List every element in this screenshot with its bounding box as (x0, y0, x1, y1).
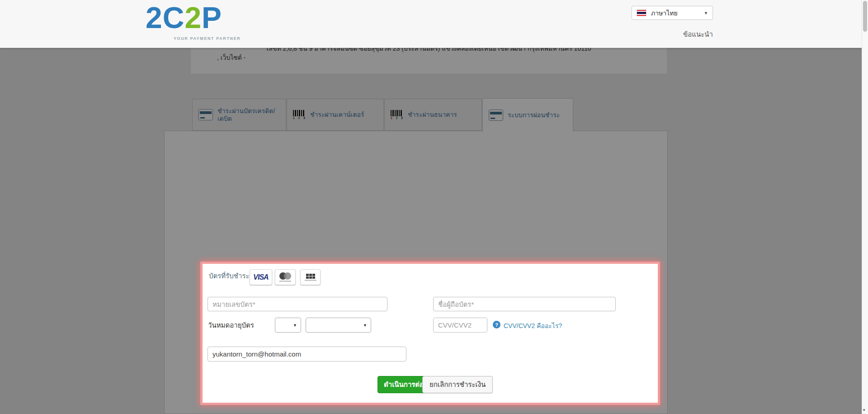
accepted-cards-label: บัตรที่รับชำระ (209, 271, 250, 281)
cvv-help-link[interactable]: CVV/CVV2 คืออะไร? (504, 321, 562, 331)
language-selector[interactable]: ภาษาไทย ▼ (632, 6, 713, 20)
guide-link[interactable]: ข้อแนะนำ (650, 29, 713, 40)
logo-seg2: 2 (184, 1, 202, 34)
card-form-highlight-box: บัตรที่รับชำระ VISA วันหมดอายุบัตร ▼ ▼ ?… (200, 262, 660, 405)
mastercard-icon (275, 269, 296, 285)
visa-wordmark: VISA (253, 273, 268, 281)
chevron-down-icon: ▼ (363, 323, 367, 328)
chevron-down-icon: ▼ (293, 323, 297, 328)
header-bar: 2C2P YOUR PAYMENT PARTNER ภาษาไทย ▼ ข้อแ… (0, 0, 868, 48)
cancel-payment-button[interactable]: ยกเลิกการชำระเงิน (422, 376, 493, 393)
visa-card-icon: VISA (250, 269, 272, 285)
logo-tagline: YOUR PAYMENT PARTNER (174, 36, 241, 41)
scrollbar-thumb[interactable] (863, 1, 867, 32)
local-card-icon (300, 269, 321, 285)
email-input[interactable] (208, 347, 406, 362)
expiry-year-select[interactable]: ▼ (306, 318, 371, 333)
2c2p-logo: 2C2P YOUR PAYMENT PARTNER (146, 2, 250, 43)
logo-seg1: 2C (146, 1, 184, 34)
expiry-month-select[interactable]: ▼ (275, 318, 301, 333)
cvv-input[interactable] (433, 318, 487, 333)
scrollbar-track: ▾ (862, 0, 868, 414)
scroll-down-arrow-icon[interactable]: ▾ (863, 408, 865, 412)
payment-page: เลขที่ 2,6,8 ชั้น 9 อาคารจัสมินซิตี้ ซอย… (0, 0, 868, 414)
thai-flag-icon (637, 10, 646, 16)
logo-seg3: P (202, 1, 222, 34)
chevron-down-icon: ▼ (704, 11, 708, 15)
language-label: ภาษาไทย (651, 8, 678, 18)
card-holder-input[interactable] (433, 297, 616, 311)
expiry-date-label: วันหมดอายุบัตร (208, 320, 254, 331)
card-number-input[interactable] (208, 297, 387, 311)
cvv-help-icon[interactable]: ? (493, 321, 500, 328)
